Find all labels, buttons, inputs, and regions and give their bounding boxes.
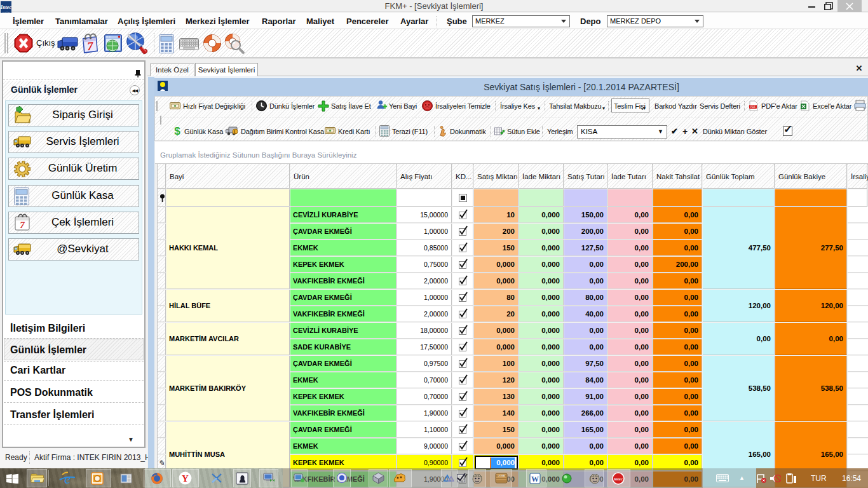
svg-text:PDF: PDF [750,105,756,109]
svg-text:L: L [234,130,236,134]
svg-text:W: W [531,475,539,484]
svg-text:intec: intec [614,477,623,482]
svg-text:$: $ [174,125,180,137]
svg-text:LKMA: LKMA [498,474,505,477]
svg-text:Intec: Intec [1,4,11,10]
svg-text:Y: Y [182,473,189,484]
svg-text:7: 7 [20,220,25,230]
